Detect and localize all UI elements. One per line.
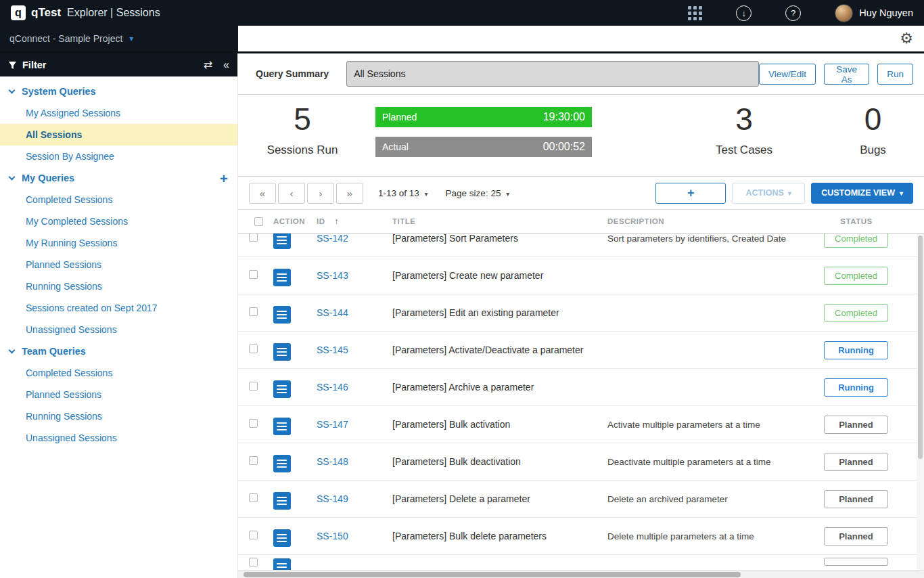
pagination: « ‹ › » xyxy=(249,183,363,204)
collapse-sidebar-icon[interactable]: « xyxy=(223,60,229,70)
row-title: [Parameters] Activate/Deactivate a param… xyxy=(386,344,601,355)
settings-gear-icon[interactable]: ⚙ xyxy=(900,31,913,46)
row-id-link[interactable]: SS-147 xyxy=(311,419,348,430)
grid-toolbar: « ‹ › » 1-13 of 13 ▾ Page size: 25 ▾ + A… xyxy=(238,177,924,209)
row-action-menu-icon[interactable] xyxy=(273,269,291,286)
section-label: System Queries xyxy=(22,86,96,97)
customize-view-button[interactable]: CUSTOMIZE VIEW ▾ xyxy=(811,183,913,204)
sidebar-item[interactable]: My Running Sessions xyxy=(0,232,237,254)
table-row[interactable]: SS-144 [Parameters] Edit an existing par… xyxy=(238,294,924,332)
prev-page-button[interactable]: ‹ xyxy=(278,183,305,204)
sidebar-item[interactable]: All Sessions xyxy=(0,124,237,146)
apps-grid-icon[interactable] xyxy=(688,6,702,20)
row-checkbox[interactable] xyxy=(249,270,258,279)
table-row[interactable]: SS-145 [Parameters] Activate/Deactivate … xyxy=(238,332,924,369)
table-row[interactable] xyxy=(238,555,924,570)
horizontal-scrollbar-thumb[interactable] xyxy=(244,572,741,577)
download-icon[interactable]: ↓ xyxy=(736,5,752,21)
horizontal-scrollbar[interactable] xyxy=(238,570,924,578)
section-label: Team Queries xyxy=(22,346,86,357)
user-avatar[interactable] xyxy=(835,4,853,22)
query-buttons: View/Edit Save As Run xyxy=(759,64,913,85)
table-row[interactable]: SS-147 [Parameters] Bulk activation Acti… xyxy=(238,406,924,443)
header-status[interactable]: STATUS xyxy=(824,217,889,225)
row-action-menu-icon[interactable] xyxy=(273,529,291,547)
actions-dropdown-button[interactable]: ACTIONS ▾ xyxy=(732,183,805,204)
row-checkbox[interactable] xyxy=(249,419,258,428)
save-as-button[interactable]: Save As xyxy=(824,64,869,85)
user-menu[interactable]: Huy Nguyen xyxy=(835,4,913,22)
row-action-menu-icon[interactable] xyxy=(273,343,291,361)
row-checkbox[interactable] xyxy=(249,234,258,242)
first-page-button[interactable]: « xyxy=(249,183,276,204)
header-title[interactable]: TITLE xyxy=(386,217,601,225)
sidebar-item[interactable]: My Completed Sessions xyxy=(0,210,237,232)
sidebar-item[interactable]: Running Sessions xyxy=(0,275,237,297)
row-checkbox[interactable] xyxy=(249,558,258,566)
sessions-run-label: Sessions Run xyxy=(238,143,367,157)
row-action-menu-icon[interactable] xyxy=(273,234,291,249)
sidebar-item[interactable]: Unassigned Sessions xyxy=(0,319,237,340)
row-checkbox[interactable] xyxy=(249,493,258,502)
row-checkbox[interactable] xyxy=(249,307,258,316)
sidebar-item[interactable]: Unassigned Sessions xyxy=(0,427,237,449)
section-header[interactable]: Team Queries xyxy=(0,340,237,362)
row-id-link[interactable] xyxy=(311,556,317,566)
table-row[interactable]: SS-146 [Parameters] Archive a parameter … xyxy=(238,369,924,406)
add-session-button[interactable]: + xyxy=(655,183,726,204)
sidebar-item[interactable]: Planned Sessions xyxy=(0,384,237,405)
refresh-queries-icon[interactable]: ⇄ xyxy=(204,60,212,70)
row-action-menu-icon[interactable] xyxy=(273,418,291,435)
sidebar-item[interactable]: Completed Sessions xyxy=(0,362,237,384)
table-row[interactable]: SS-148 [Parameters] Bulk deactivation De… xyxy=(238,443,924,481)
section-header[interactable]: System Queries xyxy=(0,81,237,102)
row-checkbox[interactable] xyxy=(249,382,258,391)
table-row[interactable]: SS-142 [Parameters] Sort Parameters Sort… xyxy=(238,234,924,257)
row-action-menu-icon[interactable] xyxy=(273,306,291,324)
row-id-link[interactable]: SS-150 xyxy=(311,531,348,541)
project-caret-icon: ▾ xyxy=(129,34,133,43)
header-action[interactable]: ACTION xyxy=(268,217,311,225)
row-id-link[interactable]: SS-149 xyxy=(311,493,348,504)
sidebar-item[interactable]: Session By Assignee xyxy=(0,146,237,167)
sort-asc-icon[interactable]: ↑ xyxy=(334,217,339,226)
section-header[interactable]: My Queries + xyxy=(0,167,237,189)
row-id-link[interactable]: SS-146 xyxy=(311,382,348,393)
add-query-button[interactable]: + xyxy=(220,171,228,185)
vertical-scrollbar-thumb[interactable] xyxy=(918,236,923,459)
sidebar-item[interactable]: My Assigned Sessions xyxy=(0,102,237,124)
row-checkbox[interactable] xyxy=(249,531,258,539)
run-button[interactable]: Run xyxy=(877,64,913,85)
range-dropdown[interactable]: 1-13 of 13 ▾ xyxy=(378,188,428,198)
row-checkbox[interactable] xyxy=(249,456,258,465)
header-id[interactable]: ID ↑ xyxy=(311,217,386,226)
page-size-dropdown[interactable]: Page size: 25 ▾ xyxy=(446,188,510,198)
sidebar-item[interactable]: Planned Sessions xyxy=(0,254,237,275)
row-id-link[interactable]: SS-148 xyxy=(311,456,348,467)
next-page-button[interactable]: › xyxy=(307,183,334,204)
view-edit-button[interactable]: View/Edit xyxy=(759,64,816,85)
row-id-link[interactable]: SS-145 xyxy=(311,344,348,355)
row-id-link[interactable]: SS-143 xyxy=(311,270,348,281)
row-id-link[interactable]: SS-142 xyxy=(311,234,348,244)
row-action-menu-icon[interactable] xyxy=(273,558,291,570)
help-icon[interactable]: ? xyxy=(785,5,801,21)
table-row[interactable]: SS-150 [Parameters] Bulk delete paramete… xyxy=(238,518,924,555)
sidebar-item[interactable]: Running Sessions xyxy=(0,405,237,427)
select-all-checkbox[interactable] xyxy=(254,217,263,226)
row-checkbox[interactable] xyxy=(249,344,258,353)
row-title: [Parameters] Bulk delete parameters xyxy=(386,531,601,541)
table-row[interactable]: SS-143 [Parameters] Create new parameter… xyxy=(238,257,924,294)
header-description[interactable]: DESCRIPTION xyxy=(601,217,824,225)
table-row[interactable]: SS-149 [Parameters] Delete a parameter D… xyxy=(238,481,924,518)
last-page-button[interactable]: » xyxy=(336,183,363,204)
row-id-link[interactable]: SS-144 xyxy=(311,307,348,318)
project-selector[interactable]: qConnect - Sample Project ▾ xyxy=(0,26,238,51)
vertical-scrollbar[interactable] xyxy=(917,234,924,570)
row-action-menu-icon[interactable] xyxy=(273,492,291,510)
sidebar-item[interactable]: Completed Sessions xyxy=(0,189,237,210)
query-summary-input[interactable] xyxy=(346,61,759,87)
row-action-menu-icon[interactable] xyxy=(273,380,291,398)
row-action-menu-icon[interactable] xyxy=(273,455,291,472)
sidebar-item[interactable]: Sessions created on Sept 2017 xyxy=(0,297,237,319)
